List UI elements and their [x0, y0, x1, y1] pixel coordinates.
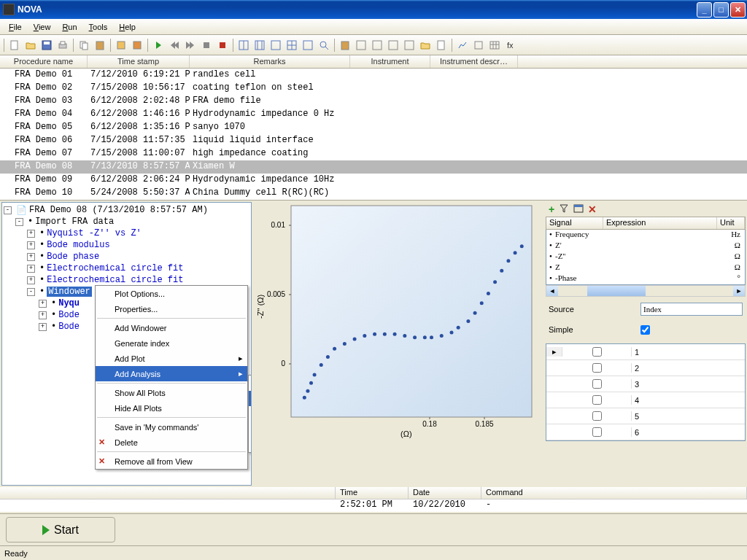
submenu-item[interactable]: Kronig-Kramers	[249, 406, 252, 421]
minimize-button[interactable]: _	[697, 2, 712, 18]
tree-root[interactable]: - 📄 FRA Demo 08 (7/13/2010 8:57:57 AM)	[4, 204, 249, 216]
col-unit[interactable]: Unit	[717, 217, 745, 229]
table-row[interactable]: FRA Demo 077/15/2008 11:00:07 AMhigh imp…	[0, 147, 747, 160]
expand-icon[interactable]: +	[27, 276, 35, 284]
menu-file[interactable]: File	[3, 21, 28, 33]
expand-icon[interactable]: +	[27, 241, 35, 249]
menu-item[interactable]: Save in 'My commands'	[96, 419, 247, 435]
table-row[interactable]: FRA Demo 056/12/2008 1:35:16 PMsanyo 107…	[0, 121, 747, 134]
col-procedure-name[interactable]: Procedure name	[0, 55, 88, 68]
grid-row[interactable]: 3	[546, 376, 745, 392]
filter-icon[interactable]	[559, 203, 569, 215]
log-col-time[interactable]: Time	[336, 487, 409, 499]
menu-item[interactable]: Add Plot▸	[96, 351, 247, 366]
stop-icon[interactable]	[199, 38, 214, 52]
log-row[interactable]: 2:52:01 PM 10/22/2010 -	[0, 499, 747, 512]
layout1-icon[interactable]	[236, 38, 251, 52]
col-signal[interactable]: Signal	[546, 217, 603, 229]
signal-row[interactable]: •Z'Ω	[546, 241, 745, 252]
submenu-item[interactable]: Fit and Simulation	[249, 391, 252, 406]
row-checkbox[interactable]	[592, 379, 602, 389]
row-checkbox[interactable]	[592, 363, 602, 373]
layout3-icon[interactable]	[268, 38, 283, 52]
table-row[interactable]: FRA Demo 017/12/2010 6:19:21 PMrandles c…	[0, 69, 747, 82]
delete-icon[interactable]: ✕	[588, 203, 597, 215]
log-col-command[interactable]: Command	[481, 487, 747, 499]
forward-icon[interactable]	[183, 38, 198, 52]
layout6-icon[interactable]	[354, 38, 368, 52]
tool2-icon[interactable]	[130, 38, 144, 52]
tree-item[interactable]: -•Import FRA data	[4, 216, 249, 228]
menu-item[interactable]: Hide All Plots	[96, 400, 247, 416]
signal-row[interactable]: •-Z''Ω	[546, 252, 745, 262]
grid-row[interactable]: ▸1	[546, 344, 745, 360]
tree-item[interactable]: +•Nyquist -Z'' vs Z'	[4, 228, 249, 239]
zoom-icon[interactable]	[317, 38, 331, 52]
layout5-icon[interactable]	[301, 38, 315, 52]
row-checkbox[interactable]	[592, 427, 602, 437]
layout2-icon[interactable]	[252, 38, 267, 52]
paste-icon[interactable]	[93, 38, 107, 52]
layout7-icon[interactable]	[370, 38, 384, 52]
table-row[interactable]: FRA Demo 105/24/2008 5:50:37 AMChina Dum…	[0, 187, 747, 200]
menu-item[interactable]: Show All Plots	[96, 385, 247, 400]
func-icon[interactable]: fx	[503, 38, 518, 52]
grid-row[interactable]: 5	[546, 408, 745, 424]
menu-item[interactable]: Add Analysis▸	[96, 366, 247, 381]
menu-item[interactable]: Plot Options...	[96, 286, 247, 301]
grid-row[interactable]: 2	[546, 360, 745, 376]
menu-view[interactable]: View	[28, 21, 57, 33]
start-button[interactable]: Start	[6, 517, 115, 542]
menu-item[interactable]: ✕Delete	[96, 435, 247, 450]
close-button[interactable]: ✕	[730, 2, 746, 18]
table-row[interactable]: FRA Demo 087/13/2010 8:57:57 AMXiamen W	[0, 160, 747, 174]
chart2-icon[interactable]	[471, 38, 486, 52]
log-col-date[interactable]: Date	[409, 487, 481, 499]
menu-item[interactable]: Add Windower	[96, 320, 247, 335]
chart-icon[interactable]	[455, 38, 470, 52]
save-icon[interactable]	[39, 38, 54, 52]
play-icon[interactable]	[151, 38, 166, 52]
menu-tools[interactable]: Tools	[83, 21, 114, 33]
signal-row[interactable]: •ZΩ	[546, 262, 745, 273]
table-row[interactable]: FRA Demo 046/12/2008 1:46:16 PMHydrodyna…	[0, 108, 747, 121]
nyquist-plot[interactable]: 0.01 0.005 0 0.18 0.185 -Z'' (Ω) (Ω)	[255, 202, 543, 439]
hscrollbar[interactable]: ◄►	[546, 285, 746, 297]
tree-item[interactable]: +•Electrochemical circle fit	[4, 262, 249, 274]
layout9-icon[interactable]	[402, 38, 417, 52]
col-instrument-descr[interactable]: Instrument descr…	[430, 55, 518, 68]
menu-help[interactable]: Help	[113, 21, 142, 33]
tree-item[interactable]: +•Bode phase	[4, 251, 249, 262]
layout8-icon[interactable]	[386, 38, 400, 52]
menu-run[interactable]: Run	[56, 21, 82, 33]
source-input[interactable]	[640, 303, 743, 316]
row-checkbox[interactable]	[592, 411, 602, 421]
table-row[interactable]: FRA Demo 067/15/2008 11:57:35 AMliquid l…	[0, 134, 747, 147]
signal-row[interactable]: •-Phase°	[546, 273, 745, 284]
layout4-icon[interactable]	[285, 38, 299, 52]
simple-checkbox[interactable]	[640, 325, 650, 335]
expand-icon[interactable]: +	[27, 265, 35, 273]
tree-item[interactable]: +•Bode modulus	[4, 239, 249, 251]
table-row[interactable]: FRA Demo 036/12/2008 2:02:48 PMFRA demo …	[0, 95, 747, 108]
copy-icon[interactable]	[77, 38, 91, 52]
menu-item[interactable]: Properties...	[96, 301, 247, 316]
print-icon[interactable]	[55, 38, 70, 52]
grid-row[interactable]: 6	[546, 424, 745, 440]
maximize-button[interactable]: □	[713, 2, 729, 18]
expand-icon[interactable]: +	[27, 230, 35, 238]
new-icon[interactable]	[7, 38, 22, 52]
submenu-item[interactable]: Potential scan FRA data	[249, 437, 252, 452]
col-remarks[interactable]: Remarks	[190, 55, 350, 68]
row-checkbox[interactable]	[592, 395, 602, 405]
folder2-icon[interactable]	[418, 38, 433, 52]
submenu-item[interactable]: Include all FRA data	[249, 421, 252, 437]
col-time-stamp[interactable]: Time stamp	[88, 55, 190, 68]
window-icon[interactable]	[573, 203, 584, 215]
col-expression[interactable]: Expression	[603, 217, 717, 229]
col-instrument[interactable]: Instrument	[350, 55, 430, 68]
tool1-icon[interactable]	[114, 38, 128, 52]
row-checkbox[interactable]	[592, 347, 602, 357]
grid-row[interactable]: 4	[546, 392, 745, 408]
add-icon[interactable]: +	[549, 203, 554, 215]
